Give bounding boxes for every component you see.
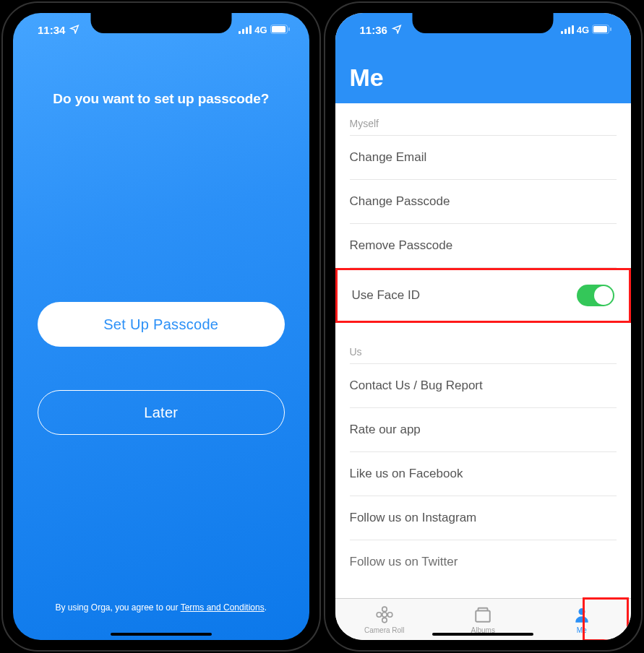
- location-icon: [69, 24, 80, 36]
- network-label: 4G: [254, 25, 267, 35]
- tab-label: Me: [577, 626, 587, 634]
- terms-suffix: .: [265, 602, 267, 613]
- me-header: Me: [335, 46, 632, 103]
- row-use-face-id[interactable]: Use Face ID: [352, 285, 615, 306]
- home-indicator: [432, 633, 533, 636]
- screen-me-settings: 11:36 4G Me Myself Change Email Change P: [335, 13, 632, 640]
- row-label: Use Face ID: [352, 288, 420, 303]
- svg-rect-3: [249, 25, 252, 34]
- battery-icon: [270, 24, 291, 36]
- terms-link[interactable]: Terms and Conditions: [181, 602, 265, 613]
- passcode-setup-body: Do you want to set up passcode? Set Up P…: [13, 46, 309, 640]
- svg-rect-1: [242, 29, 244, 34]
- location-icon: [392, 24, 402, 36]
- camera-roll-icon: [375, 605, 394, 626]
- svg-rect-6: [288, 27, 290, 31]
- row-like-facebook[interactable]: Like us on Facebook: [350, 452, 617, 496]
- svg-point-14: [382, 612, 387, 617]
- terms-prefix: By using Orga, you agree to our: [55, 602, 180, 613]
- svg-rect-19: [476, 610, 491, 621]
- row-change-email[interactable]: Change Email: [350, 136, 617, 180]
- svg-rect-0: [239, 31, 241, 34]
- notch: [413, 13, 554, 33]
- row-label: Change Passcode: [350, 194, 450, 209]
- row-label: Like us on Facebook: [350, 467, 463, 481]
- svg-rect-12: [593, 26, 607, 33]
- svg-rect-9: [568, 27, 570, 34]
- screen-passcode-setup: 11:34 4G Do you want to set up passcode?…: [13, 13, 309, 640]
- svg-point-16: [382, 618, 387, 623]
- svg-point-17: [377, 612, 382, 617]
- svg-point-20: [578, 608, 585, 615]
- svg-rect-5: [272, 26, 285, 33]
- albums-icon: [473, 605, 492, 626]
- row-label: Follow us on Twitter: [350, 555, 458, 569]
- battery-icon: [592, 24, 612, 36]
- svg-point-18: [387, 612, 392, 617]
- tab-label: Camera Roll: [364, 626, 405, 634]
- row-follow-twitter[interactable]: Follow us on Twitter: [350, 540, 617, 584]
- signal-icon: [239, 24, 252, 36]
- signal-icon: [561, 24, 574, 36]
- svg-rect-7: [561, 31, 563, 34]
- section-label-us: Us: [350, 332, 617, 364]
- row-remove-passcode[interactable]: Remove Passcode: [350, 224, 617, 268]
- row-label: Change Email: [350, 150, 427, 165]
- row-contact-us[interactable]: Contact Us / Bug Report: [350, 364, 617, 408]
- highlight-box-face-id: Use Face ID: [335, 268, 632, 323]
- row-change-passcode[interactable]: Change Passcode: [350, 180, 617, 224]
- row-follow-instagram[interactable]: Follow us on Instagram: [350, 496, 617, 540]
- notch: [90, 13, 231, 33]
- later-button[interactable]: Later: [38, 390, 285, 435]
- network-label: 4G: [577, 25, 589, 35]
- row-label: Follow us on Instagram: [350, 511, 477, 525]
- phone-left: 11:34 4G Do you want to set up passcode?…: [3, 3, 319, 650]
- row-label: Remove Passcode: [350, 238, 453, 253]
- face-id-toggle[interactable]: [577, 285, 614, 306]
- row-rate-app[interactable]: Rate our app: [350, 408, 617, 452]
- svg-rect-13: [610, 27, 611, 31]
- section-label-myself: Myself: [350, 103, 617, 136]
- phone-right: 11:36 4G Me Myself Change Email Change P: [325, 3, 642, 650]
- tab-camera-roll[interactable]: Camera Roll: [335, 599, 434, 640]
- page-title: Me: [350, 64, 617, 92]
- home-indicator: [111, 633, 212, 636]
- svg-rect-10: [572, 25, 574, 34]
- row-label: Rate our app: [350, 423, 421, 437]
- tab-me[interactable]: Me: [533, 599, 632, 640]
- status-time: 11:36: [360, 24, 387, 36]
- svg-rect-8: [564, 29, 567, 34]
- person-icon: [572, 605, 591, 626]
- status-time: 11:34: [38, 24, 65, 36]
- passcode-prompt: Do you want to set up passcode?: [53, 91, 269, 107]
- svg-point-15: [382, 607, 387, 612]
- me-body: Myself Change Email Change Passcode Remo…: [335, 103, 632, 598]
- row-label: Contact Us / Bug Report: [350, 379, 483, 393]
- terms-text: By using Orga, you agree to our Terms an…: [55, 602, 267, 613]
- set-up-passcode-button[interactable]: Set Up Passcode: [38, 302, 285, 347]
- svg-rect-2: [246, 27, 248, 34]
